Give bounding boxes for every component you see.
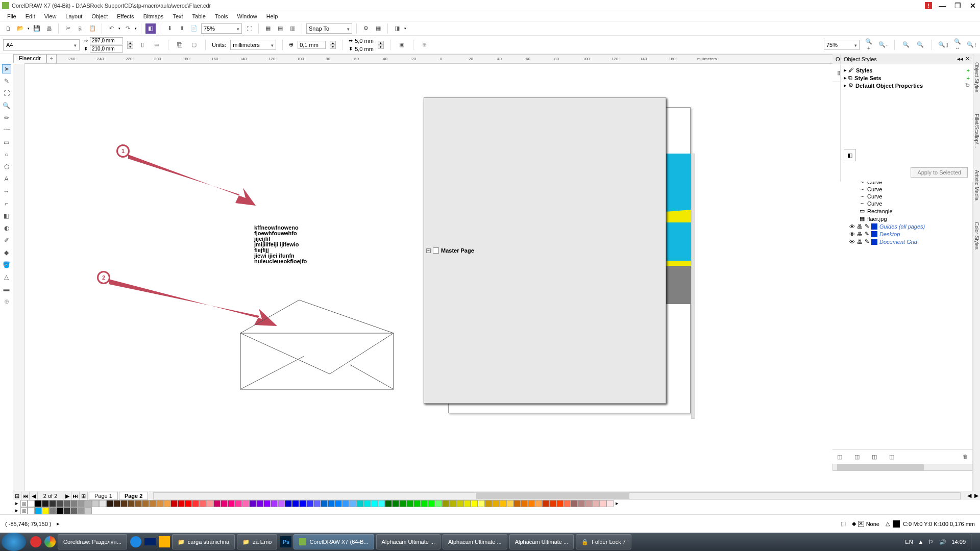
- tree-layer[interactable]: 👁🖶✎ Desktop: [832, 230, 972, 238]
- color-swatch[interactable]: [528, 500, 535, 507]
- color-swatch[interactable]: [70, 500, 78, 507]
- next-page-nav[interactable]: ▶: [63, 492, 71, 500]
- zoom-in-icon[interactable]: 🔍+: [864, 40, 874, 50]
- start-button[interactable]: [2, 533, 26, 551]
- color-swatch[interactable]: [206, 500, 213, 507]
- color-swatch[interactable]: [28, 507, 35, 514]
- publish-pdf-button[interactable]: 📄: [189, 23, 199, 34]
- connector-tool[interactable]: ⌐: [2, 199, 11, 208]
- color-swatch[interactable]: [28, 500, 35, 507]
- default-props-row[interactable]: ▸ ⚙ Default Object Properties↻: [843, 82, 971, 89]
- zoom-selection-icon[interactable]: 🔍: [901, 40, 911, 50]
- no-color-swatch[interactable]: ⊠: [20, 500, 28, 507]
- current-page-button[interactable]: ▢: [189, 40, 199, 50]
- color-swatch[interactable]: [99, 500, 106, 507]
- quick-customize[interactable]: ⊕: [2, 297, 11, 306]
- color-swatch[interactable]: [278, 500, 285, 507]
- color-swatch[interactable]: [371, 500, 378, 507]
- color-swatch[interactable]: [85, 507, 92, 514]
- task-explorer1[interactable]: 📁 carga stranichna: [172, 534, 235, 549]
- color-swatch[interactable]: [256, 500, 263, 507]
- delete-button[interactable]: 🗑: [960, 452, 970, 462]
- color-swatch[interactable]: [471, 500, 478, 507]
- show-grid-button[interactable]: ▤: [275, 23, 285, 34]
- task-folderlock[interactable]: 🔒 Folder Lock 7: [576, 534, 631, 549]
- ellipse-tool[interactable]: ○: [2, 150, 11, 159]
- outline-pen-tool[interactable]: △: [2, 272, 11, 282]
- add-preset-button[interactable]: ⊕: [420, 40, 430, 50]
- menu-object[interactable]: Object: [87, 12, 112, 20]
- crop-tool[interactable]: ⛶: [2, 89, 11, 98]
- object-styles-header[interactable]: Object Styles ◂◂✕: [841, 54, 973, 64]
- zoom-out-icon[interactable]: 🔍-: [878, 40, 888, 50]
- menu-bitmaps[interactable]: Bitmaps: [139, 12, 168, 20]
- color-swatch[interactable]: [228, 500, 235, 507]
- color-palette-1[interactable]: ▸ ⊠ ▸: [13, 500, 980, 507]
- page-width-input[interactable]: [90, 37, 123, 44]
- color-swatch[interactable]: [428, 500, 435, 507]
- drawing-area[interactable]: 2802602402202001801601401201008060402002…: [13, 54, 832, 491]
- envelope-drawing[interactable]: [238, 297, 401, 399]
- color-swatch[interactable]: [56, 507, 63, 514]
- page-height-input[interactable]: [90, 45, 123, 53]
- color-swatch[interactable]: [35, 500, 42, 507]
- color-swatch[interactable]: [606, 500, 614, 507]
- color-swatch[interactable]: [564, 500, 571, 507]
- menu-view[interactable]: View: [40, 12, 61, 20]
- color-swatch[interactable]: [549, 500, 556, 507]
- color-swatch[interactable]: [42, 507, 49, 514]
- drop-shadow-tool[interactable]: ◧: [2, 211, 11, 220]
- no-color-swatch-2[interactable]: ⊠: [20, 507, 28, 514]
- color-swatch[interactable]: [542, 500, 549, 507]
- export-button[interactable]: ⬆: [177, 23, 187, 34]
- menu-table[interactable]: Table: [188, 12, 210, 20]
- color-swatch[interactable]: [442, 500, 449, 507]
- color-swatch[interactable]: [435, 500, 442, 507]
- fill-indicator[interactable]: ◆✕None: [852, 520, 879, 528]
- opera-icon[interactable]: [30, 536, 41, 547]
- options-button[interactable]: ⚙: [361, 23, 371, 34]
- color-swatch[interactable]: [306, 500, 313, 507]
- color-swatch[interactable]: [292, 500, 299, 507]
- pick-tool[interactable]: ➤: [2, 64, 11, 73]
- page-tab-2[interactable]: Page 2: [119, 492, 148, 500]
- ps-icon[interactable]: Ps: [280, 536, 291, 547]
- zoom-height-icon[interactable]: 🔍↕: [967, 40, 977, 50]
- tree-object[interactable]: ~ Curve: [832, 200, 972, 207]
- color-swatch[interactable]: [49, 500, 56, 507]
- parallel-dim-tool[interactable]: ↔: [2, 187, 11, 196]
- color-swatch[interactable]: [113, 500, 120, 507]
- color-swatch[interactable]: [499, 500, 506, 507]
- color-swatch[interactable]: [313, 500, 321, 507]
- color-swatch[interactable]: [106, 500, 113, 507]
- color-swatch[interactable]: [521, 500, 528, 507]
- color-swatch[interactable]: [356, 500, 363, 507]
- tree-object[interactable]: ▭ Rectangle: [832, 207, 972, 215]
- color-swatch[interactable]: [271, 500, 278, 507]
- zoom-combo-2[interactable]: 75%: [824, 40, 860, 50]
- color-swatch[interactable]: [556, 500, 564, 507]
- color-swatch[interactable]: [220, 500, 228, 507]
- add-document-tab[interactable]: +: [46, 54, 57, 63]
- app-launcher-button[interactable]: ▦: [373, 23, 383, 34]
- rectangle-tool[interactable]: ▭: [2, 138, 11, 147]
- color-swatch[interactable]: [513, 500, 521, 507]
- zoom-level-combo[interactable]: 75%: [201, 23, 242, 34]
- color-swatch[interactable]: [42, 500, 49, 507]
- first-page-button[interactable]: ⊞: [13, 492, 21, 500]
- color-swatch[interactable]: [78, 507, 85, 514]
- new-button[interactable]: 🗋: [3, 23, 13, 34]
- color-swatch[interactable]: [478, 500, 485, 507]
- color-palette-2[interactable]: ▸ ⊠: [13, 507, 980, 514]
- task-explorer2[interactable]: 📁 za Emo: [237, 534, 277, 549]
- color-swatch[interactable]: [120, 500, 128, 507]
- color-swatch[interactable]: [63, 507, 70, 514]
- all-pages-button[interactable]: ⿻: [175, 40, 185, 50]
- styles-row[interactable]: ▸ 🖉 Styles+: [843, 66, 971, 74]
- polygon-tool[interactable]: ⬠: [2, 162, 11, 171]
- color-swatch[interactable]: [249, 500, 256, 507]
- color-swatch[interactable]: [299, 500, 306, 507]
- style-preview-icon[interactable]: ◧: [844, 149, 856, 161]
- system-tray[interactable]: EN ▲🏳🔊 14:09: [900, 534, 980, 549]
- color-swatch[interactable]: [449, 500, 456, 507]
